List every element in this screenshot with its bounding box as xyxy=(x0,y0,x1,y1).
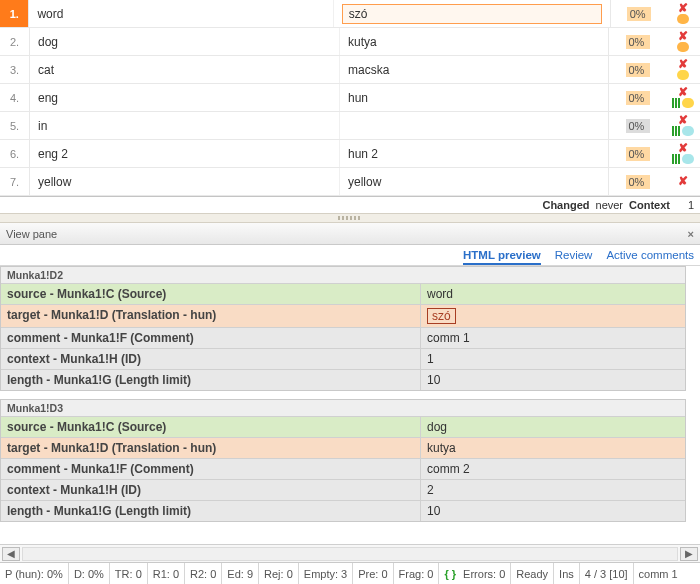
grid-row[interactable]: 5.in0%✘ xyxy=(0,112,700,140)
error-x-icon[interactable]: ✘ xyxy=(678,31,688,41)
target-cell[interactable]: szó xyxy=(334,0,610,27)
source-cell[interactable]: in xyxy=(30,112,340,139)
source-cell[interactable]: word xyxy=(29,0,333,27)
row-number[interactable]: 1. xyxy=(0,0,29,27)
source-cell[interactable]: eng 2 xyxy=(30,140,340,167)
target-input[interactable]: szó xyxy=(342,4,602,24)
status-ready: Ready xyxy=(511,563,554,584)
status-comm: comm 1 xyxy=(634,563,683,584)
scroll-left-button[interactable]: ◀ xyxy=(2,547,20,561)
target-cell[interactable]: hun 2 xyxy=(340,140,608,167)
comment-bubble-icon[interactable] xyxy=(682,126,694,136)
status-ed: Ed: 9 xyxy=(222,563,259,584)
close-icon[interactable]: × xyxy=(688,228,694,240)
match-percent: 0% xyxy=(608,168,666,195)
grid-row[interactable]: 7.yellowyellow0%✘ xyxy=(0,168,700,196)
error-x-icon[interactable]: ✘ xyxy=(678,176,688,186)
error-x-icon[interactable]: ✘ xyxy=(678,115,688,125)
viewpane-tabs: HTML preview Review Active comments xyxy=(0,245,700,265)
progress-bars-icon xyxy=(672,98,680,108)
target-cell[interactable]: yellow xyxy=(340,168,608,195)
match-percent: 0% xyxy=(608,56,666,83)
scroll-right-button[interactable]: ▶ xyxy=(680,547,698,561)
target-cell[interactable]: kutya xyxy=(340,28,608,55)
grid-row[interactable]: 4.enghun0%✘ xyxy=(0,84,700,112)
preview-block: Munka1!D3source - Munka1!C (Source)dogta… xyxy=(0,399,686,522)
tab-html-preview[interactable]: HTML preview xyxy=(463,249,541,265)
source-cell[interactable]: cat xyxy=(30,56,340,83)
block-value[interactable]: szó xyxy=(421,305,685,327)
braces-icon: { } xyxy=(444,568,456,580)
block-value[interactable]: word xyxy=(421,284,685,304)
block-value[interactable]: 10 xyxy=(421,501,685,521)
block-key: context - Munka1!H (ID) xyxy=(1,480,421,500)
error-x-icon[interactable]: ✘ xyxy=(678,143,688,153)
row-number[interactable]: 2. xyxy=(0,28,30,55)
block-header: Munka1!D2 xyxy=(1,267,685,284)
tab-active-comments[interactable]: Active comments xyxy=(606,249,694,265)
block-value[interactable]: 10 xyxy=(421,370,685,390)
block-value[interactable]: kutya xyxy=(421,438,685,458)
source-cell[interactable]: yellow xyxy=(30,168,340,195)
row-number[interactable]: 3. xyxy=(0,56,30,83)
comment-bubble-icon[interactable] xyxy=(677,70,689,80)
translation-grid: 1.wordszó0%✘2.dogkutya0%✘3.catmacska0%✘4… xyxy=(0,0,700,197)
row-icons: ✘ xyxy=(666,84,700,111)
error-x-icon[interactable]: ✘ xyxy=(678,3,688,13)
target-cell[interactable]: hun xyxy=(340,84,608,111)
row-number[interactable]: 4. xyxy=(0,84,30,111)
comment-bubble-icon[interactable] xyxy=(682,154,694,164)
block-row: target - Munka1!D (Translation - hun)kut… xyxy=(1,438,685,459)
row-icons: ✘ xyxy=(666,56,700,83)
source-cell[interactable]: dog xyxy=(30,28,340,55)
status-pre: Pre: 0 xyxy=(353,563,393,584)
context-value: 1 xyxy=(676,199,694,211)
status-errors: { } Errors: 0 xyxy=(439,563,511,584)
block-key: comment - Munka1!F (Comment) xyxy=(1,328,421,348)
status-r1: R1: 0 xyxy=(148,563,185,584)
row-number[interactable]: 5. xyxy=(0,112,30,139)
error-x-icon[interactable]: ✘ xyxy=(678,59,688,69)
grid-row[interactable]: 1.wordszó0%✘ xyxy=(0,0,700,28)
status-p: P (hun): 0% xyxy=(0,563,69,584)
target-cell[interactable] xyxy=(340,112,608,139)
block-key: comment - Munka1!F (Comment) xyxy=(1,459,421,479)
target-cell[interactable]: macska xyxy=(340,56,608,83)
comment-bubble-icon[interactable] xyxy=(682,98,694,108)
block-value[interactable]: 2 xyxy=(421,480,685,500)
match-percent: 0% xyxy=(608,84,666,111)
comment-bubble-icon[interactable] xyxy=(677,42,689,52)
match-percent: 0% xyxy=(608,140,666,167)
block-value[interactable]: dog xyxy=(421,417,685,437)
row-number[interactable]: 7. xyxy=(0,168,30,195)
preview-panel[interactable]: Munka1!D2source - Munka1!C (Source)wordt… xyxy=(0,265,700,544)
block-key: source - Munka1!C (Source) xyxy=(1,417,421,437)
context-label: Context xyxy=(629,199,670,211)
source-cell[interactable]: eng xyxy=(30,84,340,111)
match-percent: 0% xyxy=(608,112,666,139)
block-value[interactable]: comm 2 xyxy=(421,459,685,479)
progress-bars-icon xyxy=(672,126,680,136)
preview-block: Munka1!D2source - Munka1!C (Source)wordt… xyxy=(0,266,686,391)
target-edit-field[interactable]: szó xyxy=(427,308,456,324)
error-x-icon[interactable]: ✘ xyxy=(678,87,688,97)
grid-footer: Changed never Context 1 xyxy=(0,197,700,213)
app-root: 1.wordszó0%✘2.dogkutya0%✘3.catmacska0%✘4… xyxy=(0,0,700,584)
splitter-handle[interactable] xyxy=(0,213,700,223)
status-empty: Empty: 3 xyxy=(299,563,353,584)
grid-row[interactable]: 2.dogkutya0%✘ xyxy=(0,28,700,56)
grid-row[interactable]: 6.eng 2hun 20%✘ xyxy=(0,140,700,168)
horizontal-scrollbar[interactable]: ◀ ▶ xyxy=(0,544,700,562)
scroll-track[interactable] xyxy=(22,547,678,561)
status-pos: 4 / 3 [10] xyxy=(580,563,634,584)
grid-row[interactable]: 3.catmacska0%✘ xyxy=(0,56,700,84)
block-key: target - Munka1!D (Translation - hun) xyxy=(1,438,421,458)
row-number[interactable]: 6. xyxy=(0,140,30,167)
block-value[interactable]: comm 1 xyxy=(421,328,685,348)
match-percent: 0% xyxy=(610,0,667,27)
block-row: target - Munka1!D (Translation - hun)szó xyxy=(1,305,685,328)
comment-bubble-icon[interactable] xyxy=(677,14,689,24)
block-value[interactable]: 1 xyxy=(421,349,685,369)
tab-review[interactable]: Review xyxy=(555,249,593,265)
status-tr: TR: 0 xyxy=(110,563,148,584)
